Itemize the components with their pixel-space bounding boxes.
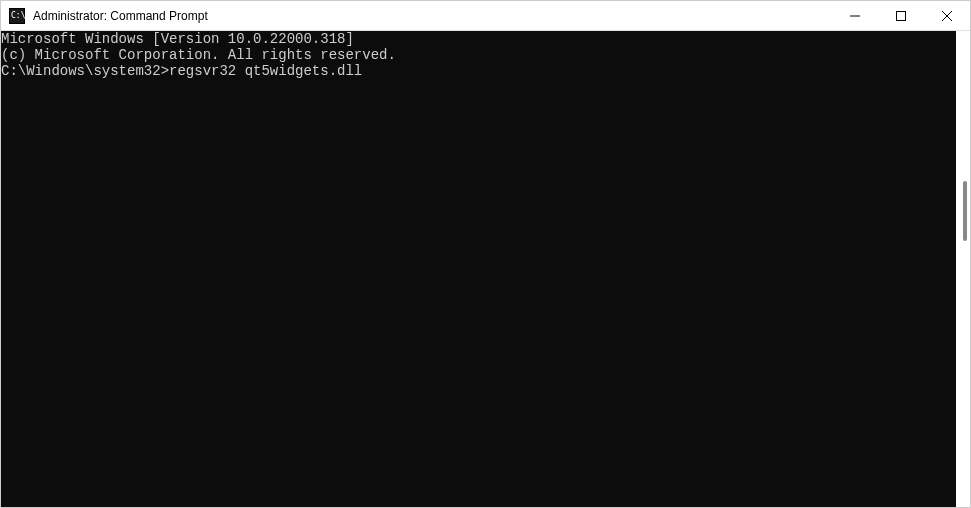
- svg-rect-4: [897, 11, 906, 20]
- window-controls: [832, 1, 970, 30]
- output-line: Microsoft Windows [Version 10.0.22000.31…: [1, 31, 956, 47]
- scrollbar[interactable]: [956, 31, 970, 507]
- output-line: (c) Microsoft Corporation. All rights re…: [1, 47, 956, 63]
- close-button[interactable]: [924, 1, 970, 30]
- minimize-button[interactable]: [832, 1, 878, 30]
- app-icon: C:\: [9, 8, 25, 24]
- prompt-line: C:\Windows\system32>regsvr32 qt5widgets.…: [1, 63, 956, 79]
- scrollbar-thumb[interactable]: [963, 181, 967, 241]
- window-title: Administrator: Command Prompt: [33, 9, 832, 23]
- command-prompt-window: C:\ Administrator: Command Prompt: [0, 0, 971, 508]
- svg-text:C:\: C:\: [11, 11, 25, 20]
- maximize-button[interactable]: [878, 1, 924, 30]
- terminal-container: Microsoft Windows [Version 10.0.22000.31…: [1, 31, 970, 507]
- terminal-output[interactable]: Microsoft Windows [Version 10.0.22000.31…: [1, 31, 956, 507]
- titlebar[interactable]: C:\ Administrator: Command Prompt: [1, 1, 970, 31]
